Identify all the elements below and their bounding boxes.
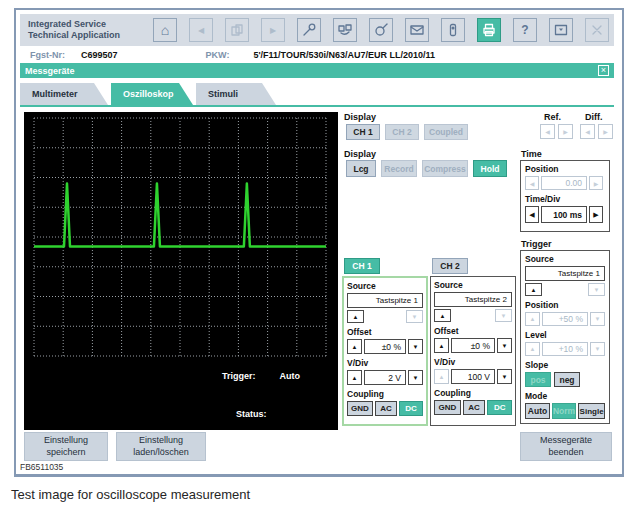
pkw-label: PKW: (206, 50, 230, 60)
load-settings-line1: Einstellung (139, 435, 183, 447)
mail-icon[interactable] (405, 18, 429, 42)
mode-single-button[interactable]: Single (578, 403, 605, 419)
ch2-coupling-buttons: GND AC DC (434, 400, 512, 415)
ch2-source-up-icon[interactable]: ▲ (434, 309, 451, 322)
scope-grid-and-trace (24, 112, 338, 430)
title-bar: Integrated Service Technical Application… (20, 14, 614, 46)
trigger-level-down-icon[interactable]: ▼ (590, 342, 605, 356)
trigger-level-up-icon[interactable]: ▲ (525, 342, 540, 356)
lcg-button[interactable]: Lcg (346, 160, 376, 177)
dialog-title-bar: Messgeräte × (20, 63, 614, 78)
load-delete-settings-button[interactable]: Einstellung laden/löschen (116, 432, 206, 461)
mode-auto-button[interactable]: Auto (525, 403, 550, 419)
ch2-offset-up-icon[interactable]: ▲ (434, 338, 449, 353)
mode-norm-button[interactable]: Norm (552, 403, 576, 419)
ch2-display-button[interactable]: CH 2 (385, 124, 419, 140)
trigger-position-stepper: ▲ +50 % ▼ (525, 312, 605, 326)
tab-oszilloskop[interactable]: Oszilloskop (111, 83, 193, 105)
trigger-position-down-icon[interactable]: ▼ (590, 312, 605, 326)
ch1-vdiv-down-icon[interactable]: ▼ (408, 370, 423, 385)
print-icon[interactable] (477, 18, 501, 42)
forward-icon[interactable]: ▶ (261, 18, 285, 42)
ref-prev-icon[interactable]: ◀ (540, 124, 555, 139)
ch1-ac-button[interactable]: AC (375, 401, 397, 416)
documents-icon[interactable] (225, 18, 249, 42)
trigger-position-label: Position (525, 300, 605, 310)
dialog-close-icon[interactable]: × (598, 65, 609, 76)
tab-stimuli[interactable]: Stimuli (196, 83, 276, 105)
ch2-source-value: Tastspitze 2 (434, 292, 512, 307)
ch2-vdiv-stepper: ▲ 100 V ▼ (434, 369, 512, 384)
ch2-offset-down-icon[interactable]: ▼ (497, 338, 512, 353)
trigger-level-stepper: ▲ +10 % ▼ (525, 342, 605, 356)
workshop-window-icon[interactable] (549, 18, 573, 42)
tab-strip: Multimeter Oszilloskop Stimuli (20, 83, 276, 105)
back-icon[interactable]: ◀ (189, 18, 213, 42)
mode-buttons: Auto Norm Single (525, 403, 605, 419)
help-icon[interactable]: ? (513, 18, 537, 42)
timediv-left-icon[interactable]: ◀ (525, 206, 539, 223)
trigger-level-value: +10 % (542, 342, 588, 356)
display-channel-label: Display (344, 112, 376, 122)
trigger-position-up-icon[interactable]: ▲ (525, 312, 540, 326)
time-position-left-icon[interactable]: ◀ (525, 176, 539, 190)
tab-divider (20, 105, 614, 107)
display-mode-buttons: Lcg Record Compress Hold (346, 160, 507, 177)
ch1-dc-button[interactable]: DC (399, 401, 423, 416)
time-position-right-icon[interactable]: ▶ (589, 176, 603, 190)
hold-button[interactable]: Hold (473, 160, 507, 177)
ref-next-icon[interactable]: ▶ (558, 124, 573, 139)
compress-button[interactable]: Compress (422, 160, 468, 177)
ch2-source-down-icon[interactable]: ▼ (495, 309, 512, 322)
slope-neg-button[interactable]: neg (554, 372, 580, 387)
ch1-panel: Source Tastspitze 1 ▲ ▼ Offset ▲ ±0 % ▼ … (342, 276, 428, 426)
save-settings-button[interactable]: Einstellung speichern (24, 432, 108, 461)
ch1-source-down-icon[interactable]: ▼ (406, 310, 423, 323)
trigger-position-value: +50 % (542, 312, 588, 326)
battery-icon[interactable] (441, 18, 465, 42)
ch2-coupling-label: Coupling (434, 388, 512, 398)
slope-pos-button[interactable]: pos (525, 372, 551, 387)
diff-next-icon[interactable]: ▶ (598, 124, 613, 139)
ch2-vdiv-down-icon[interactable]: ▼ (497, 369, 512, 384)
close-icon[interactable] (585, 18, 609, 42)
ch1-offset-down-icon[interactable]: ▼ (408, 339, 423, 354)
probe-icon[interactable] (369, 18, 393, 42)
ch1-source-up-icon[interactable]: ▲ (347, 310, 364, 323)
trigger-source-label: Source (525, 254, 605, 264)
ch2-gnd-button[interactable]: GND (434, 400, 461, 415)
diff-label: Diff. (585, 112, 603, 122)
ch1-vdiv-up-icon[interactable]: ▲ (347, 370, 362, 385)
home-icon[interactable]: ⌂ (153, 18, 177, 42)
ch1-select-button[interactable]: CH 1 (344, 258, 380, 274)
ch2-panel: Source Tastspitze 2 ▲ ▼ Offset ▲ ±0 % ▼ … (430, 276, 516, 426)
end-measuring-devices-button[interactable]: Messegeräte beenden (520, 432, 612, 461)
ch1-coupling-buttons: GND AC DC (347, 401, 423, 416)
diff-prev-icon[interactable]: ◀ (580, 124, 595, 139)
trigger-level-label: Level (525, 330, 605, 340)
ch2-ac-button[interactable]: AC (463, 400, 486, 415)
wrench-icon[interactable] (297, 18, 321, 42)
ch1-offset-stepper: ▲ ±0 % ▼ (347, 339, 423, 354)
timediv-right-icon[interactable]: ▶ (589, 206, 603, 223)
ch2-source-label: Source (434, 280, 512, 290)
trigger-source-up-icon[interactable]: ▲ (525, 283, 542, 296)
fgst-value: C699507 (81, 50, 118, 60)
ch1-gnd-button[interactable]: GND (347, 401, 373, 416)
ch1-display-button[interactable]: CH 1 (346, 124, 380, 140)
ch2-vdiv-up-icon[interactable]: ▲ (434, 369, 449, 384)
coupled-display-button[interactable]: Coupled (424, 124, 468, 140)
tab-multimeter[interactable]: Multimeter (20, 83, 108, 105)
save-settings-line1: Einstellung (44, 435, 88, 447)
measuring-devices-icon[interactable] (333, 18, 357, 42)
display-mode-label: Display (344, 149, 376, 159)
ch1-offset-up-icon[interactable]: ▲ (347, 339, 362, 354)
record-button[interactable]: Record (381, 160, 417, 177)
time-label: Time (521, 149, 542, 159)
ch2-dc-button[interactable]: DC (487, 400, 512, 415)
time-position-stepper: ◀ 0.00 ▶ (525, 176, 605, 190)
trigger-source-down-icon[interactable]: ▼ (588, 283, 605, 296)
ch1-coupling-label: Coupling (347, 389, 423, 399)
app-title: Integrated Service Technical Application (28, 19, 120, 41)
ch2-select-button[interactable]: CH 2 (432, 258, 468, 274)
